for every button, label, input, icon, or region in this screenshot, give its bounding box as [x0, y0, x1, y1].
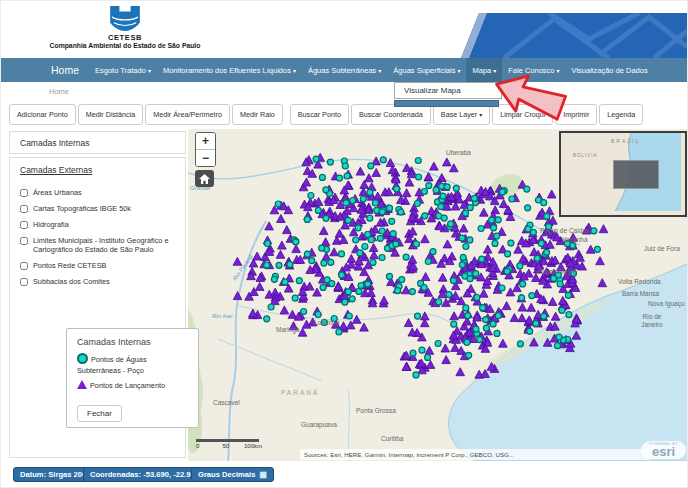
- decorative-banner: [449, 13, 687, 58]
- map-label-volta-redonda: Volta Redonda: [618, 278, 661, 285]
- map-label-uberaba: Uberaba: [446, 149, 471, 156]
- teal-circle-icon: [77, 353, 88, 364]
- purple-triangle-icon: [77, 380, 87, 389]
- nav-item-monitoramento-efluentes[interactable]: Monitoramento dos Efluentes Líquidos: [157, 58, 302, 82]
- layer-subbacias: Subbacias dos Comites: [20, 277, 185, 287]
- layer-areas-urbanas: Áreas Urbanas: [20, 188, 185, 198]
- overview-map: BRAZIL BOLIVIA: [559, 131, 687, 217]
- medir-area-perimetro-button[interactable]: Medir Área/Perímetro: [145, 104, 230, 125]
- cartas-topograficas-checkbox[interactable]: [20, 205, 28, 213]
- adicionar-ponto-button[interactable]: Adicionar Ponto: [9, 104, 76, 125]
- menu-item-visualizar-mapa[interactable]: Visualizar Mapa: [394, 82, 502, 99]
- layer-cartas-topograficas: Cartas Topográficas IBGE 50k: [20, 204, 185, 214]
- legend-box: Camadas Internas Pontos de Águas Subterr…: [66, 328, 199, 428]
- layer-hidrografia: Hidrografia: [20, 220, 185, 230]
- coordinates-badge: Coordenadas: -53.690, -22.900: [83, 467, 206, 482]
- map-label-nova-igua-u: Nova Iguaçu: [648, 300, 685, 307]
- layer-pontos-rede-cetesb: Pontos Rede CETESB: [20, 261, 185, 271]
- camadas-externas-header[interactable]: Camadas Externas: [20, 165, 185, 175]
- buscar-coordenada-button[interactable]: Buscar Coordenada: [351, 104, 431, 125]
- layer-label: Cartas Topográficas IBGE 50k: [33, 204, 131, 214]
- esri-logo-text: esri: [649, 446, 678, 457]
- map-label-juiz-de-fora: Juiz de Fora: [644, 245, 680, 252]
- layer-label: Subbacias dos Comites: [33, 277, 110, 287]
- zoom-out-button[interactable]: −: [196, 149, 215, 166]
- map-label-paran-: PARANÁ: [281, 389, 319, 396]
- units-badge[interactable]: Graus Decimais ▦: [191, 467, 274, 482]
- layer-label: Limites Municipais - Instituto Geográfic…: [33, 236, 175, 256]
- map-label-ponta-grossa: Ponta Grossa: [356, 407, 396, 414]
- medir-raio-button[interactable]: Medir Raio: [232, 104, 283, 125]
- breadcrumb[interactable]: Home: [49, 87, 69, 96]
- scale-bar-line: [196, 439, 259, 442]
- overview-extent-box[interactable]: [613, 160, 659, 189]
- nav-item-esgoto-tratado[interactable]: Esgoto Tratado: [89, 58, 157, 82]
- areas-urbanas-checkbox[interactable]: [20, 189, 28, 197]
- map-label-varginha: Varginha: [562, 236, 588, 243]
- mapa-dropdown-menu: Visualizar Mapa: [394, 82, 502, 107]
- scale-end: 100km: [244, 443, 262, 449]
- home-icon: [199, 174, 210, 184]
- nav-item-visualizacao-de-dados[interactable]: Visualização de Dados: [566, 58, 654, 82]
- map-label-rio-iva-: Rio Ivaí: [212, 313, 232, 319]
- legend-item-lancamento: Pontos de Lançamento: [77, 380, 192, 392]
- layer-label: Hidrografia: [33, 220, 69, 230]
- overview-label-bolivia: BOLIVIA: [573, 153, 598, 158]
- map-label-curitiba: Curitiba: [381, 435, 403, 442]
- pontos-rede-cetesb-checkbox[interactable]: [20, 262, 28, 270]
- map-label-cascavel: Cascavel: [213, 399, 240, 406]
- legend-title: Camadas Internas: [77, 337, 192, 347]
- scale-start: 0: [196, 443, 222, 449]
- map-label-rio-de-janeiro: Rio de Janeiro: [634, 313, 670, 329]
- subbacias-checkbox[interactable]: [20, 278, 28, 286]
- logo-subtitle: Companhia Ambiental do Estado de São Pau…: [39, 42, 211, 49]
- zoom-in-button[interactable]: +: [196, 133, 215, 149]
- nav-item-aguas-superficiais[interactable]: Águas Superficiais: [387, 58, 466, 82]
- nav-item-aguas-subterraneas[interactable]: Águas Subterrâneas: [302, 58, 387, 82]
- map-canvas[interactable]: UberabaPoços de CaldasVarginhaJuiz de Fo…: [188, 129, 688, 461]
- scale-bar: 0 50 100km: [196, 439, 262, 449]
- legend-item-label: Pontos de Lançamento: [90, 381, 165, 390]
- map-label-maring-: Maringá: [276, 326, 299, 333]
- medir-distancia-button[interactable]: Medir Distância: [78, 104, 144, 125]
- base-layer-button[interactable]: Base Layer: [433, 104, 490, 125]
- app-window: CETESB Companhia Ambiental do Estado de …: [0, 0, 688, 488]
- layer-limites-municipais: Limites Municipais - Instituto Geográfic…: [20, 236, 185, 256]
- zoom-control: + −: [195, 132, 216, 167]
- scale-mid: 50: [222, 443, 244, 449]
- layer-label: Pontos Rede CETESB: [33, 261, 106, 271]
- cetesb-logo: CETESB Companhia Ambiental do Estado de …: [39, 6, 211, 49]
- map-label-po-os-de-caldas: Poços de Caldas: [540, 227, 589, 234]
- limites-municipais-checkbox[interactable]: [20, 237, 28, 245]
- hidrografia-checkbox[interactable]: [20, 221, 28, 229]
- fechar-button[interactable]: Fechar: [77, 405, 122, 422]
- page-header: CETESB Companhia Ambiental do Estado de …: [1, 1, 687, 58]
- legenda-button[interactable]: Legenda: [599, 104, 643, 125]
- layer-label: Áreas Urbanas: [33, 188, 82, 198]
- map-attribution: Sources: Esri, HERE, Garmin, Intermap, i…: [300, 449, 650, 460]
- buscar-ponto-button[interactable]: Buscar Ponto: [290, 104, 349, 125]
- logo-title: CETESB: [39, 33, 211, 42]
- legend-item-pocos: Pontos de Águas Subterrâneas - Poço: [77, 353, 192, 376]
- main-nav: Home Esgoto Tratado Monitoramento dos Ef…: [1, 58, 687, 82]
- units-label: Graus Decimais: [198, 470, 255, 479]
- nav-item-home[interactable]: Home: [45, 58, 89, 82]
- camadas-internas-panel[interactable]: Camadas Internas: [9, 131, 186, 154]
- cetesb-logo-icon: [109, 6, 141, 32]
- map-label-guarapuava: Guarapuava: [301, 421, 337, 428]
- map-label-pouso-alegre: Pouso Alegre: [538, 268, 577, 275]
- map-label-londrina: Londrina: [314, 319, 339, 326]
- overview-label-brazil: BRAZIL: [611, 138, 641, 144]
- esri-logo: POWERED BY esri: [641, 441, 686, 459]
- dropdown-highlight-bar: [394, 100, 499, 107]
- home-extent-button[interactable]: [195, 170, 214, 187]
- map-label-barra-mansa: Barra Mansa: [622, 290, 659, 297]
- units-grid-icon: ▦: [259, 471, 267, 479]
